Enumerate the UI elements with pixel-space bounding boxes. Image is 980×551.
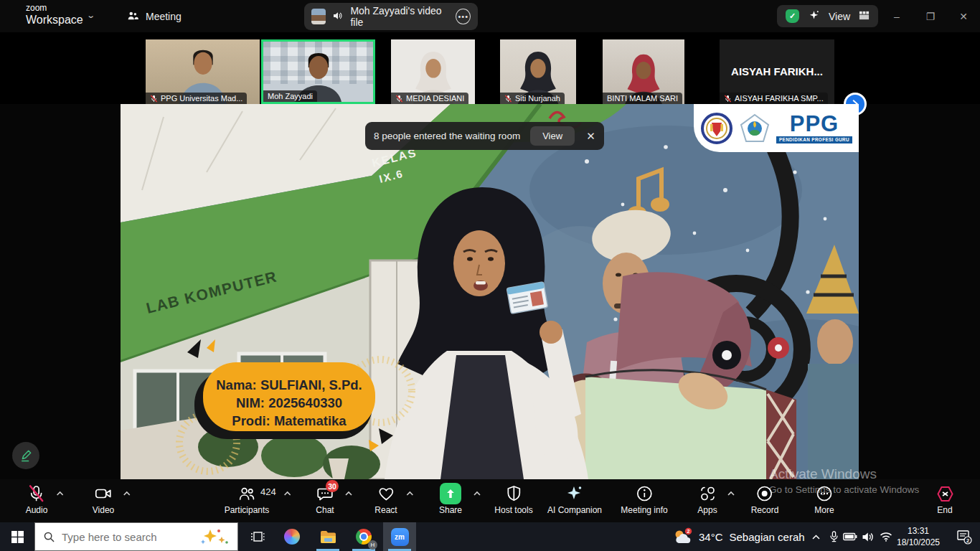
toast-close-icon[interactable]: ✕ — [586, 130, 595, 143]
video-tile[interactable]: Siti Nurjanah — [500, 39, 576, 104]
workspace-chevron-down-icon[interactable]: ⌄ — [86, 11, 95, 20]
tray-volume[interactable] — [859, 522, 877, 551]
tray-mic[interactable] — [825, 522, 842, 551]
participant-name: AISYAH FARIKHA SMP... — [735, 94, 824, 103]
video-tile[interactable]: PPG Universitas Mad... — [146, 39, 260, 104]
taskbar-weather[interactable]: 2 34°C Sebagian cerah — [673, 522, 805, 551]
apps-icon — [698, 484, 717, 503]
weather-icon: 2 — [673, 527, 692, 547]
apps-button[interactable]: Apps — [697, 483, 718, 515]
video-button[interactable]: Video — [93, 483, 114, 515]
participants-count: 424 — [260, 486, 276, 497]
copilot-button[interactable] — [275, 522, 308, 551]
brand-workspace: Workspace — [26, 14, 83, 26]
participant-name-label: BINTI MALAM SARI — [603, 93, 682, 104]
ai-sparkle-icon[interactable] — [808, 9, 820, 24]
zoom-app-button[interactable]: zm — [383, 522, 416, 551]
host-tools-button[interactable]: Host tools — [494, 483, 532, 515]
muted-mic-icon — [395, 95, 403, 103]
more-ellipsis-icon — [815, 484, 834, 503]
tab-options-ellipsis-icon[interactable]: ••• — [456, 9, 471, 24]
ai-companion-label: AI Companion — [547, 505, 602, 515]
share-screen-icon — [440, 483, 461, 504]
folder-icon — [320, 530, 336, 544]
banner-nama: Nama: SULFIANI, S.Pd. — [216, 377, 362, 392]
chevron-up-icon[interactable] — [405, 491, 414, 496]
more-button[interactable]: More — [814, 483, 835, 515]
annotate-pencil-button[interactable] — [12, 442, 39, 469]
tray-battery[interactable] — [841, 522, 859, 551]
clock-time: 13:31 — [891, 525, 946, 537]
people-icon — [126, 9, 139, 24]
audio-label: Audio — [26, 505, 48, 515]
chevron-up-icon — [811, 534, 821, 540]
audio-button[interactable]: Audio — [26, 483, 48, 515]
tab-video-file-label: Moh Zayyadi's video file — [350, 5, 449, 28]
video-tile-active-speaker[interactable]: Moh Zayyadi — [261, 39, 375, 104]
video-tile[interactable]: MEDIA DESIANI — [391, 39, 475, 104]
chevron-up-icon[interactable] — [123, 491, 131, 496]
chevron-up-icon[interactable] — [283, 491, 292, 496]
video-tile-camera-off[interactable]: AISYAH FARIKH... AISYAH FARIKHA SMP... — [720, 39, 834, 104]
muted-mic-icon — [504, 95, 512, 103]
chrome-button[interactable]: H — [347, 522, 380, 551]
tab-meeting[interactable]: Meeting — [121, 6, 187, 27]
chat-button[interactable]: 30 Chat — [314, 483, 336, 515]
tab-video-file[interactable]: Moh Zayyadi's video file ••• — [304, 3, 478, 30]
video-tile[interactable]: BINTI MALAM SARI — [603, 39, 684, 104]
info-icon — [635, 484, 654, 503]
taskbar-clock[interactable]: 13:31 18/10/2025 — [891, 525, 946, 548]
react-button[interactable]: React — [374, 483, 397, 515]
chevron-up-icon[interactable] — [473, 491, 481, 496]
battery-icon — [843, 532, 857, 541]
view-button[interactable]: View — [829, 11, 850, 22]
shield-icon — [504, 484, 523, 503]
ai-companion-button[interactable]: AI Companion — [547, 483, 602, 515]
meeting-info-label: Meeting info — [621, 505, 667, 515]
window-close-button[interactable]: ✕ — [947, 0, 980, 32]
participant-name-label: Siti Nurjanah — [500, 93, 565, 104]
participant-name: BINTI MALAM SARI — [607, 94, 678, 103]
task-view-button[interactable] — [241, 522, 274, 551]
participant-name-label: PPG Universitas Mad... — [146, 93, 247, 104]
window-minimize-button[interactable]: – — [880, 0, 913, 32]
task-view-icon — [250, 529, 265, 544]
end-meeting-button[interactable]: End — [934, 483, 956, 515]
meeting-info-button[interactable]: Meeting info — [621, 483, 667, 515]
waiting-room-toast: 8 people entered the waiting room View ✕ — [365, 122, 604, 150]
main-video: LAB KOMPUTER KELAS IX.6 — [121, 104, 859, 479]
main-video-scene: LAB KOMPUTER KELAS IX.6 — [121, 104, 859, 479]
chevron-up-icon[interactable] — [344, 491, 353, 496]
chevron-up-icon[interactable] — [56, 491, 65, 496]
ai-sparkle-icon — [565, 484, 584, 503]
speaker-icon — [332, 10, 344, 24]
participant-name: MEDIA DESIANI — [406, 94, 464, 103]
gallery-grid-icon[interactable] — [859, 10, 870, 23]
record-button[interactable]: Record — [751, 483, 779, 515]
participants-button[interactable]: 424 Participants — [225, 483, 270, 515]
file-explorer-button[interactable] — [311, 522, 344, 551]
taskbar-search[interactable] — [34, 522, 238, 551]
share-button[interactable]: Share — [439, 483, 462, 515]
chrome-profile-badge: H — [368, 540, 377, 550]
window-maximize-button[interactable]: ❐ — [914, 0, 947, 32]
banner-nim: NIM: 2025640330 — [236, 395, 342, 410]
participants-label: Participants — [225, 505, 270, 515]
ppg-logo-banner: PPG PENDIDIKAN PROFESI GURU — [694, 104, 859, 152]
chevron-up-icon[interactable] — [727, 491, 735, 496]
weather-desc: Sebagian cerah — [730, 531, 805, 543]
start-button[interactable] — [0, 522, 34, 551]
action-center-button[interactable]: 2 — [948, 522, 980, 551]
security-shield-icon[interactable]: ✓ — [786, 9, 799, 23]
title-bar: zoom Workspace ⌄ Meeting Moh Zayyadi's v… — [0, 0, 980, 32]
toast-view-button[interactable]: View — [530, 126, 575, 146]
tray-chevron-up[interactable] — [806, 522, 825, 551]
zoom-meeting-window: zoom Workspace ⌄ Meeting Moh Zayyadi's v… — [0, 0, 980, 551]
zoom-workspace-logo: zoom Workspace — [26, 4, 83, 26]
tut-wuri-logo — [740, 113, 770, 143]
search-input[interactable] — [62, 531, 176, 543]
windows-taskbar: H zm 2 34°C Sebagian cerah — [0, 522, 980, 551]
chat-label: Chat — [314, 505, 336, 515]
clock-date: 18/10/2025 — [891, 537, 946, 548]
mic-muted-icon — [27, 484, 46, 503]
